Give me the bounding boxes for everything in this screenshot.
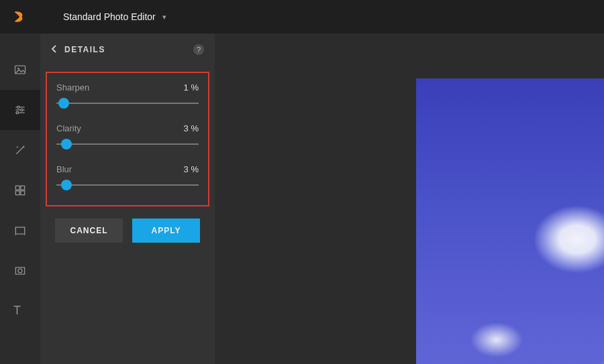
control-sharpen: Sharpen 1 % [56,82,199,109]
svg-point-5 [17,106,19,108]
slider-thumb[interactable] [61,139,72,149]
slider-thumb[interactable] [61,180,72,190]
chevron-down-icon[interactable]: ▾ [162,13,166,21]
tool-vignette[interactable] [0,251,40,291]
svg-rect-8 [15,186,19,190]
svg-rect-9 [21,186,25,190]
slider-track [56,103,199,104]
clarity-slider[interactable] [56,139,199,149]
blur-label: Blur [56,164,72,174]
tool-crop[interactable] [0,210,40,251]
details-panel: DETAILS ? Sharpen 1 % Clarity 3 % [40,34,215,364]
controls-highlight-box: Sharpen 1 % Clarity 3 % [46,72,209,206]
svg-point-6 [21,109,23,111]
sharpen-value: 1 % [184,82,199,93]
sharpen-slider[interactable] [56,98,199,109]
svg-point-16 [18,269,22,273]
tool-adjust[interactable] [0,90,40,130]
back-icon[interactable] [51,44,58,56]
slider-thumb[interactable] [58,98,69,109]
tool-grid[interactable] [0,170,40,210]
svg-rect-10 [15,191,19,195]
svg-point-7 [16,112,18,114]
slider-track [56,143,199,145]
clarity-label: Clarity [56,123,81,133]
svg-rect-11 [21,191,25,195]
sharpen-label: Sharpen [56,82,89,93]
slider-track [56,184,199,186]
app-logo-icon [11,9,26,24]
tool-strip: T [0,34,40,364]
app-title[interactable]: Standard Photo Editor [63,11,156,22]
tool-magic[interactable] [0,130,40,170]
control-blur: Blur 3 % [56,164,199,190]
tool-text[interactable]: T [0,291,40,331]
blur-slider[interactable] [56,180,199,190]
apply-button[interactable]: APPLY [132,219,200,243]
help-icon[interactable]: ? [193,44,204,55]
svg-rect-12 [15,227,24,234]
control-clarity: Clarity 3 % [56,123,199,149]
photo-preview [416,78,604,364]
panel-title: DETAILS [64,45,193,54]
tool-image[interactable] [0,50,40,90]
blur-value: 3 % [184,164,199,174]
canvas-area[interactable] [215,34,604,364]
clarity-value: 3 % [184,123,199,133]
top-bar: Standard Photo Editor ▾ [0,0,604,34]
cancel-button[interactable]: CANCEL [55,219,123,243]
